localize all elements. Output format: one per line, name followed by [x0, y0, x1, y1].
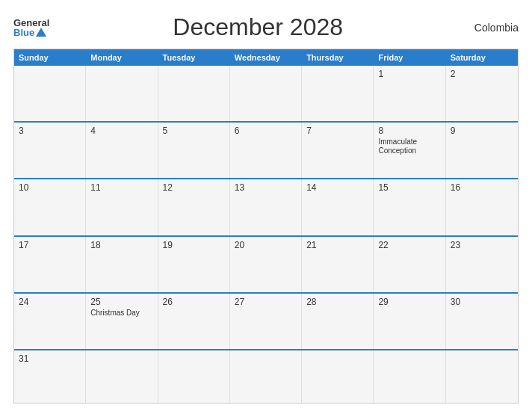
day-number: 23 [451, 240, 513, 250]
day-number: 20 [235, 240, 297, 250]
cal-cell-w3-d5: 22 [374, 237, 445, 292]
cal-cell-w4-d5: 29 [374, 294, 445, 349]
cal-cell-w4-d4: 28 [302, 294, 374, 349]
cal-cell-w0-d3 [230, 66, 302, 121]
country-label: Colombia [466, 22, 519, 34]
logo: General Blue [13, 18, 49, 37]
week-5: 2425Christmas Day2627282930 [14, 292, 518, 349]
cal-cell-w0-d6: 2 [446, 66, 518, 121]
cal-cell-w5-d2 [158, 350, 230, 403]
day-number: 15 [378, 182, 440, 193]
day-number: 29 [378, 297, 440, 307]
cal-cell-w1-d1: 4 [86, 123, 158, 178]
cal-cell-w4-d1: 25Christmas Day [86, 294, 158, 349]
header-wednesday: Wednesday [230, 49, 302, 66]
day-number: 2 [451, 69, 513, 79]
cal-cell-w1-d3: 6 [230, 123, 302, 178]
cal-cell-w2-d5: 15 [374, 179, 445, 235]
cal-cell-w2-d2: 12 [158, 179, 230, 235]
cal-cell-w5-d1 [86, 350, 158, 403]
cal-cell-w3-d3: 20 [230, 237, 302, 292]
day-number: 12 [163, 182, 225, 193]
day-number: 26 [163, 297, 225, 307]
calendar-page: General Blue December 2028 Colombia Sund… [0, 0, 532, 411]
day-number: 28 [306, 297, 368, 307]
cal-cell-w4-d3: 27 [230, 294, 302, 349]
cal-cell-w1-d5: 8Immaculate Conception [374, 123, 445, 178]
cal-cell-w1-d4: 7 [302, 123, 374, 178]
cal-cell-w2-d0: 10 [14, 179, 86, 235]
page-header: General Blue December 2028 Colombia [13, 13, 519, 41]
cal-cell-w4-d6: 30 [446, 294, 518, 349]
cal-cell-w2-d3: 13 [230, 179, 302, 235]
header-monday: Monday [86, 49, 158, 66]
day-number: 10 [19, 182, 81, 193]
cal-cell-w0-d4 [302, 66, 374, 121]
day-number: 3 [19, 126, 81, 136]
cal-cell-w3-d0: 17 [14, 237, 86, 292]
day-number: 8 [378, 126, 440, 136]
cal-cell-w5-d3 [230, 350, 302, 403]
cal-cell-w0-d1 [86, 66, 158, 121]
day-number: 14 [306, 182, 368, 193]
day-number: 25 [90, 297, 152, 307]
cal-cell-w5-d4 [302, 350, 374, 403]
cal-cell-w0-d5: 1 [374, 66, 445, 121]
day-number: 30 [451, 297, 513, 307]
cal-cell-w3-d1: 18 [86, 237, 158, 292]
day-number: 7 [306, 126, 368, 136]
day-number: 4 [90, 126, 152, 136]
holiday-label: Immaculate Conception [378, 137, 440, 155]
day-number: 27 [235, 297, 297, 307]
cal-cell-w3-d6: 23 [446, 237, 518, 292]
calendar-body: 12345678Immaculate Conception91011121314… [14, 66, 518, 403]
week-6: 31 [14, 349, 518, 403]
logo-triangle-icon [36, 28, 46, 37]
day-number: 24 [19, 297, 81, 307]
header-tuesday: Tuesday [158, 49, 230, 66]
header-saturday: Saturday [446, 49, 518, 66]
day-number: 5 [163, 126, 225, 136]
cal-cell-w0-d2 [158, 66, 230, 121]
day-number: 1 [378, 69, 440, 79]
month-title: December 2028 [49, 13, 466, 41]
day-number: 31 [19, 353, 81, 364]
cal-cell-w4-d2: 26 [158, 294, 230, 349]
cal-cell-w2-d1: 11 [86, 179, 158, 235]
cal-cell-w5-d5 [374, 350, 445, 403]
cal-cell-w3-d2: 19 [158, 237, 230, 292]
week-2: 345678Immaculate Conception9 [14, 121, 518, 178]
week-4: 17181920212223 [14, 235, 518, 292]
day-number: 16 [451, 182, 513, 193]
cal-cell-w5-d6 [446, 350, 518, 403]
calendar-header: Sunday Monday Tuesday Wednesday Thursday… [14, 49, 518, 66]
cal-cell-w2-d6: 16 [446, 179, 518, 235]
day-number: 22 [378, 240, 440, 250]
cal-cell-w1-d2: 5 [158, 123, 230, 178]
holiday-label: Christmas Day [90, 309, 152, 318]
cal-cell-w1-d6: 9 [446, 123, 518, 178]
calendar-grid: Sunday Monday Tuesday Wednesday Thursday… [13, 49, 519, 404]
header-friday: Friday [374, 49, 445, 66]
day-number: 9 [451, 126, 513, 136]
cal-cell-w0-d0 [14, 66, 86, 121]
cal-cell-w1-d0: 3 [14, 123, 86, 178]
logo-blue-text: Blue [13, 28, 49, 37]
cal-cell-w2-d4: 14 [302, 179, 374, 235]
cal-cell-w5-d0: 31 [14, 350, 86, 403]
cal-cell-w4-d0: 24 [14, 294, 86, 349]
logo-general-text: General [13, 18, 49, 28]
week-3: 10111213141516 [14, 178, 518, 235]
week-1: 12 [14, 66, 518, 121]
header-sunday: Sunday [14, 49, 86, 66]
day-number: 18 [90, 240, 152, 250]
day-number: 6 [235, 126, 297, 136]
day-number: 19 [163, 240, 225, 250]
day-number: 13 [235, 182, 297, 193]
day-number: 17 [19, 240, 81, 250]
header-thursday: Thursday [302, 49, 374, 66]
day-number: 21 [306, 240, 368, 250]
day-number: 11 [90, 182, 152, 193]
cal-cell-w3-d4: 21 [302, 237, 374, 292]
